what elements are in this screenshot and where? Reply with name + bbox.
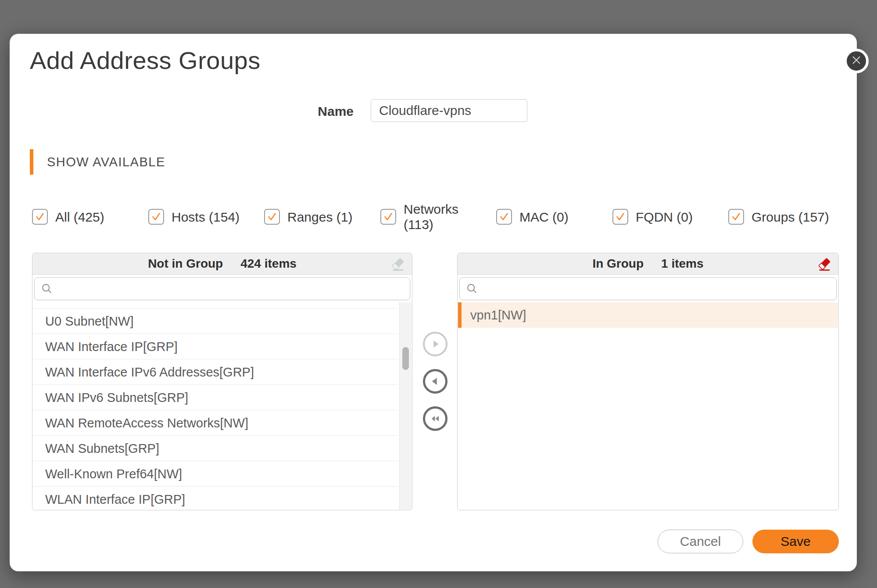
checkbox-groups[interactable] — [728, 209, 744, 225]
filter-all: All (425) — [32, 202, 104, 232]
list-item[interactable]: WAN Interface IP[GRP] — [33, 334, 398, 359]
in-group-list: vpn1[NW] — [458, 302, 838, 509]
filter-ranges: Ranges (1) — [264, 202, 352, 232]
show-available-heading: SHOW AVAILABLE — [47, 155, 165, 169]
move-right-button[interactable] — [423, 332, 447, 356]
list-item-partial — [33, 302, 398, 308]
list-item[interactable]: WAN RemoteAccess Networks[NW] — [33, 410, 398, 436]
move-left-button[interactable] — [423, 369, 447, 394]
filter-label: Networks (113) — [404, 201, 463, 232]
search-input[interactable] — [459, 277, 837, 300]
checkmark-icon — [34, 211, 46, 222]
scrollbar-track[interactable] — [399, 302, 412, 509]
checkmark-icon — [150, 211, 162, 222]
checkbox-networks[interactable] — [380, 209, 396, 225]
filter-label: Hosts (154) — [172, 209, 240, 225]
list-item[interactable]: WAN Subnets[GRP] — [33, 436, 398, 461]
clear-group-button[interactable] — [816, 256, 832, 272]
filter-fqdn: FQDN (0) — [612, 202, 693, 232]
checkbox-all[interactable] — [32, 209, 48, 225]
eraser-red-icon — [817, 256, 832, 272]
checkbox-ranges[interactable] — [264, 209, 280, 225]
checkmark-icon — [730, 211, 742, 222]
not-in-group-panel: Not in Group 424 items U0 Subnet[NW] — [32, 253, 412, 510]
scrollbar-thumb[interactable] — [402, 347, 409, 370]
arrow-left-icon — [429, 375, 442, 388]
search-icon — [466, 283, 478, 297]
filter-label: Groups (157) — [752, 209, 829, 225]
list-item-selected[interactable]: vpn1[NW] — [458, 302, 838, 328]
not-in-group-list: U0 Subnet[NW] WAN Interface IP[GRP] WAN … — [33, 302, 412, 509]
filter-networks: Networks (113) — [380, 202, 463, 232]
name-input[interactable] — [371, 99, 527, 122]
eraser-icon — [390, 256, 405, 272]
filter-label: All (425) — [55, 209, 104, 225]
in-group-panel: In Group 1 items vpn1[NW] — [457, 253, 839, 510]
not-in-group-search — [34, 277, 410, 300]
checkbox-mac[interactable] — [496, 209, 512, 225]
not-in-group-header: Not in Group 424 items — [32, 253, 412, 275]
arrow-right-icon — [429, 337, 442, 351]
filter-hosts: Hosts (154) — [148, 202, 240, 232]
in-group-search — [459, 277, 837, 300]
search-icon — [41, 283, 53, 297]
list-item[interactable]: U0 Subnet[NW] — [33, 308, 398, 334]
double-arrow-left-icon — [429, 412, 442, 425]
list-item[interactable]: Well-Known Pref64[NW] — [33, 461, 398, 487]
page-title: Add Address Groups — [30, 47, 261, 74]
checkmark-icon — [498, 211, 510, 222]
filter-label: FQDN (0) — [636, 209, 693, 225]
filter-groups: Groups (157) — [728, 202, 829, 232]
name-field-label: Name — [266, 104, 354, 119]
filter-label: Ranges (1) — [287, 209, 352, 225]
close-button[interactable] — [844, 49, 869, 73]
save-button[interactable]: Save — [752, 530, 839, 553]
add-address-groups-dialog: Add Address Groups Name SHOW AVAILABLE A… — [10, 34, 857, 571]
filter-label: MAC (0) — [519, 209, 569, 225]
checkmark-icon — [266, 211, 278, 222]
search-input[interactable] — [34, 277, 410, 300]
checkmark-icon — [615, 211, 626, 222]
filter-mac: MAC (0) — [496, 202, 569, 232]
close-icon — [851, 54, 862, 68]
checkbox-fqdn[interactable] — [612, 209, 628, 225]
clear-selection-button[interactable] — [390, 256, 406, 272]
checkbox-hosts[interactable] — [148, 209, 164, 225]
in-group-header: In Group 1 items — [458, 253, 838, 275]
list-item[interactable]: WAN IPv6 Subnets[GRP] — [33, 385, 398, 410]
panel-title: In Group — [592, 257, 644, 271]
panel-item-count: 1 items — [661, 257, 704, 271]
checkmark-icon — [383, 211, 394, 222]
list-item[interactable]: WLAN Interface IP[GRP] — [33, 487, 398, 509]
move-all-left-button[interactable] — [423, 406, 447, 431]
panel-item-count: 424 items — [240, 257, 297, 271]
list-item[interactable]: WAN Interface IPv6 Addresses[GRP] — [33, 359, 398, 385]
section-accent-bar — [30, 149, 33, 175]
panel-title: Not in Group — [148, 257, 223, 271]
cancel-button[interactable]: Cancel — [658, 530, 743, 553]
